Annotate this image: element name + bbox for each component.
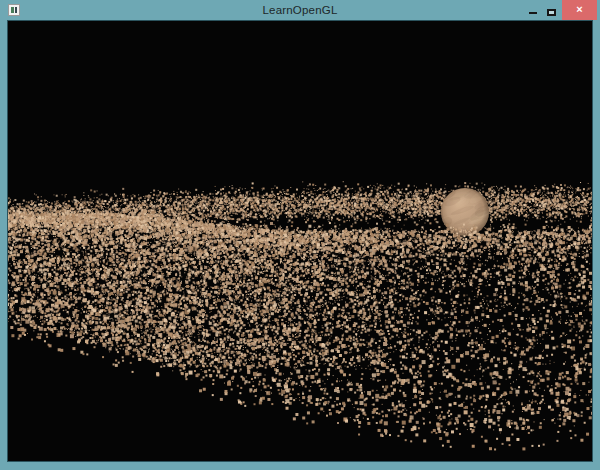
minimize-button[interactable] (524, 0, 542, 20)
close-button[interactable]: × (562, 0, 597, 20)
app-window: LearnOpenGL × (0, 0, 600, 470)
title-bar[interactable]: LearnOpenGL × (0, 0, 600, 20)
minimize-icon (529, 12, 537, 14)
viewport-frame (7, 20, 593, 462)
window-title: LearnOpenGL (0, 0, 600, 20)
maximize-icon (547, 9, 556, 16)
opengl-viewport[interactable] (8, 21, 592, 461)
maximize-button[interactable] (543, 0, 561, 20)
